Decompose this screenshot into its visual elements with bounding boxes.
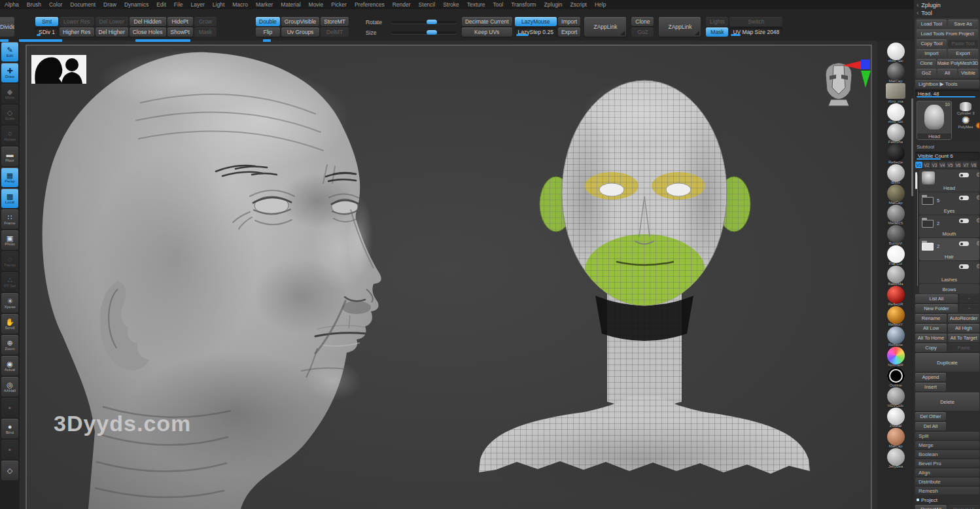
menu-item[interactable]: File xyxy=(174,1,183,8)
panel-button[interactable]: Load Tools From Project xyxy=(917,29,978,38)
panel-button[interactable]: Project Hi xyxy=(948,505,979,509)
visibility-toggle[interactable] xyxy=(959,264,969,269)
material-item[interactable]: BumpVi xyxy=(881,225,910,245)
menu-item[interactable]: Movie xyxy=(309,1,324,8)
gear-icon[interactable]: ⚙ xyxy=(976,171,979,178)
panel-button[interactable]: List All xyxy=(915,294,958,303)
rail-tool-button[interactable]: ◉ Actual xyxy=(1,356,18,376)
material-item[interactable]: MatCap xyxy=(881,63,910,83)
panel-button[interactable]: Make PolyMesh3D xyxy=(937,59,978,67)
rail-tool-button[interactable]: ▪ xyxy=(1,398,18,417)
duplicate-button[interactable]: Duplicate xyxy=(915,353,979,372)
subpalette-header[interactable]: Bevel Pro xyxy=(915,459,979,467)
subtool-section-header[interactable]: Subtool xyxy=(915,143,979,150)
gear-icon[interactable]: ⚙ xyxy=(976,217,979,224)
delete-button[interactable]: Delete xyxy=(915,393,979,411)
menu-item[interactable]: Layer xyxy=(191,1,205,8)
material-item[interactable]: Flat Col xyxy=(881,245,910,266)
slider-thumb[interactable] xyxy=(427,20,437,24)
gear-icon[interactable]: ⚙ xyxy=(976,240,979,247)
insert-button[interactable]: Insert xyxy=(915,383,946,391)
rail-tool-button[interactable]: ○ Rotate xyxy=(1,126,18,145)
panel-button[interactable]: All Low xyxy=(915,324,947,332)
panel-button[interactable]: All To Home xyxy=(915,334,947,342)
menu-item[interactable]: Dynamics xyxy=(124,1,149,8)
menu-item[interactable]: Material xyxy=(281,1,300,8)
subtool-item[interactable]: ⚙ Head xyxy=(919,169,979,192)
toolbar-button[interactable]: LazyStep 0.25 xyxy=(515,27,557,37)
toolbar-button[interactable]: DelMT xyxy=(321,27,349,37)
toolbar-slider[interactable]: Rotate xyxy=(366,18,457,26)
subtool-item[interactable]: 5 ⚙ Eyes xyxy=(919,192,979,215)
material-item[interactable]: ReflectY xyxy=(881,306,910,326)
toolbar-button[interactable]: GoZ xyxy=(631,27,654,37)
menu-item[interactable]: Preferences xyxy=(355,1,385,8)
panel-button[interactable]: Paste xyxy=(948,343,979,352)
zplugin-palette-header[interactable]: ‹ Zplugin xyxy=(915,1,979,9)
view-tab[interactable]: V2 xyxy=(923,162,930,168)
toolbar-button[interactable]: Close Holes xyxy=(130,27,166,37)
view-tab[interactable]: V4 xyxy=(939,162,946,168)
panel-button[interactable]: GoZ xyxy=(917,69,936,77)
panel-button[interactable]: All High xyxy=(948,324,979,332)
menu-item[interactable]: Alpha xyxy=(5,1,19,8)
material-item[interactable]: zbro_Ski xyxy=(881,43,910,63)
panel-button[interactable]: Visible xyxy=(958,69,978,77)
menu-item[interactable]: Brush xyxy=(27,1,41,8)
material-item[interactable]: ReflectR xyxy=(881,286,910,306)
panel-button[interactable]: All xyxy=(937,69,957,77)
rail-tool-button[interactable]: ◆ Move xyxy=(1,84,18,103)
menu-item[interactable]: Color xyxy=(49,1,62,8)
toolbar-button[interactable]: Import xyxy=(558,17,581,26)
view-tab[interactable]: V1 xyxy=(915,162,922,168)
toolbar-button[interactable]: Smt xyxy=(35,17,58,26)
material-item[interactable]: FastSha xyxy=(881,124,910,144)
rail-tool-button[interactable]: ∴ PT Sel xyxy=(1,272,18,292)
rail-tool-button[interactable]: ◇ Scale xyxy=(1,105,18,124)
cylinder3d-icon[interactable] xyxy=(960,102,971,111)
slider-track[interactable] xyxy=(391,21,457,24)
del-all-button[interactable]: Del All xyxy=(915,422,946,430)
rail-tool-button[interactable]: ◇ xyxy=(1,461,18,480)
rail-tool-button[interactable]: ▬ Floor xyxy=(1,147,18,166)
material-item[interactable]: Reflecte xyxy=(881,144,910,164)
toolbar-button[interactable]: Del Hidden xyxy=(130,17,166,26)
subpalette-header[interactable]: Split xyxy=(915,432,979,440)
rail-tool-button[interactable]: ▦ Persp xyxy=(1,167,18,187)
menu-item[interactable]: Zscript xyxy=(570,1,587,8)
subpalette-header[interactable]: Align xyxy=(915,468,979,476)
toolbar-button[interactable]: HidePt xyxy=(167,17,193,26)
toolbar-slider[interactable]: Size xyxy=(366,29,457,37)
del-other-button[interactable]: Del Other xyxy=(915,412,946,421)
visibility-toggle[interactable] xyxy=(959,173,969,177)
subtool-item[interactable]: ⚙ Lashes xyxy=(919,261,979,283)
active-tool-thumbnail[interactable]: 10 Head xyxy=(917,101,952,140)
visible-count-slider[interactable]: Visible Count 6 xyxy=(915,152,979,160)
material-item[interactable]: Outline xyxy=(881,367,910,387)
rail-tool-button[interactable]: ✋ Scroll xyxy=(1,314,18,334)
panel-button[interactable]: Copy xyxy=(915,343,947,352)
subpalette-header[interactable]: Merge xyxy=(915,441,979,449)
toolbar-button[interactable]: SDiv 1 xyxy=(35,27,58,37)
rail-tool-button[interactable]: ▩ Local xyxy=(1,188,18,208)
view-tab[interactable]: V3 xyxy=(931,162,938,168)
toolbar-button[interactable]: UV Map Size 2048 xyxy=(729,27,782,37)
tool-palette-header[interactable]: ‹ Tool xyxy=(915,9,979,17)
toolbar-button[interactable]: StoreMT xyxy=(321,17,349,26)
subtool-item[interactable]: ⚙ Brows xyxy=(919,284,979,294)
canvas-viewport[interactable]: 3Dyyds.com xyxy=(20,41,877,509)
panel-button[interactable]: ProjectAll xyxy=(915,505,947,509)
material-item[interactable]: HSVColo xyxy=(881,387,910,408)
rail-tool-button[interactable]: ● Bind xyxy=(1,419,18,438)
material-item[interactable]: MatCap xyxy=(881,428,910,448)
panel-button[interactable]: + xyxy=(959,304,979,313)
material-item[interactable]: Reflecte xyxy=(881,326,910,347)
view-tab[interactable]: V5 xyxy=(947,162,954,168)
subtool-item[interactable]: 2 ⚙ Mouth xyxy=(919,215,979,237)
material-item[interactable]: ZMetal xyxy=(881,408,910,428)
toolbar-button[interactable]: Double xyxy=(256,17,280,26)
gear-icon[interactable]: ⚙ xyxy=(976,263,979,270)
panel-button[interactable]: Copy Tool xyxy=(917,39,947,48)
rail-tool-button[interactable]: ✳ Xpose xyxy=(1,293,18,313)
material-item[interactable]: zbro_Ski xyxy=(881,103,910,124)
